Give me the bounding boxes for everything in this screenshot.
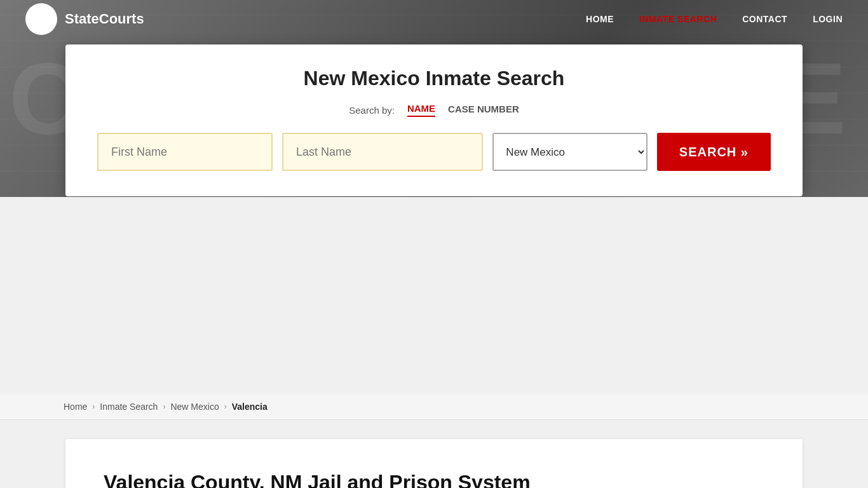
search-by-label: Search by: bbox=[349, 105, 395, 116]
search-button[interactable]: SEARCH » bbox=[657, 133, 771, 171]
logo[interactable]: 🏛 StateCourts bbox=[25, 3, 144, 35]
nav-inmate-search[interactable]: INMATE SEARCH bbox=[639, 14, 717, 24]
header: COURTHOUSE 🏛 StateCourts HOME INMATE SEA… bbox=[0, 0, 868, 197]
breadcrumb-sep-3: › bbox=[224, 402, 227, 411]
breadcrumb-home[interactable]: Home bbox=[64, 402, 87, 412]
tab-case-number[interactable]: CASE NUMBER bbox=[448, 104, 519, 116]
search-tabs: Search by: NAME CASE NUMBER bbox=[97, 103, 771, 117]
navigation: 🏛 StateCourts HOME INMATE SEARCH CONTACT… bbox=[0, 0, 868, 38]
breadcrumb-sep-1: › bbox=[92, 402, 95, 411]
breadcrumb-sep-2: › bbox=[163, 402, 165, 411]
breadcrumb-inmate-search[interactable]: Inmate Search bbox=[100, 402, 158, 412]
breadcrumb: Home › Inmate Search › New Mexico › Vale… bbox=[0, 394, 868, 420]
nav-links: HOME INMATE SEARCH CONTACT LOGIN bbox=[586, 14, 843, 24]
county-title: Valencia County, NM Jail and Prison Syst… bbox=[104, 471, 764, 488]
nav-home[interactable]: HOME bbox=[586, 14, 614, 24]
main-content: Valencia County, NM Jail and Prison Syst… bbox=[65, 439, 803, 488]
last-name-input[interactable] bbox=[282, 133, 483, 171]
state-select[interactable]: New Mexico bbox=[492, 133, 648, 171]
search-card: New Mexico Inmate Search Search by: NAME… bbox=[65, 44, 803, 196]
logo-text: StateCourts bbox=[65, 11, 144, 27]
search-title: New Mexico Inmate Search bbox=[97, 67, 771, 90]
logo-icon: 🏛 bbox=[25, 3, 57, 35]
tab-name[interactable]: NAME bbox=[407, 103, 435, 117]
search-fields: New Mexico SEARCH » bbox=[97, 133, 771, 171]
first-name-input[interactable] bbox=[97, 133, 273, 171]
nav-contact[interactable]: CONTACT bbox=[742, 14, 787, 24]
breadcrumb-valencia: Valencia bbox=[232, 402, 268, 412]
nav-login[interactable]: LOGIN bbox=[813, 14, 843, 24]
breadcrumb-new-mexico[interactable]: New Mexico bbox=[170, 402, 219, 412]
